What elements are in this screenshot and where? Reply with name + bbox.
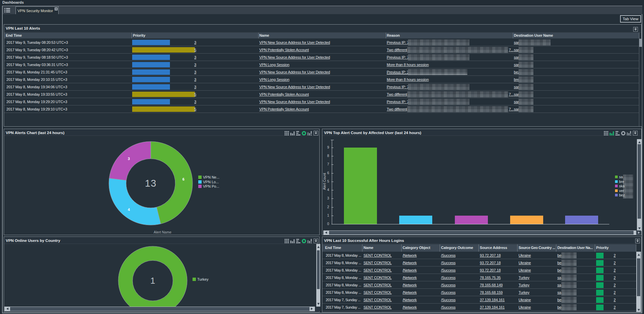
svg-text:3: 3 (128, 157, 130, 161)
svg-text:13: 13 (145, 178, 156, 189)
svg-text:4: 4 (128, 208, 130, 212)
svg-text:6: 6 (182, 177, 184, 181)
svg-text:1: 1 (150, 276, 155, 286)
